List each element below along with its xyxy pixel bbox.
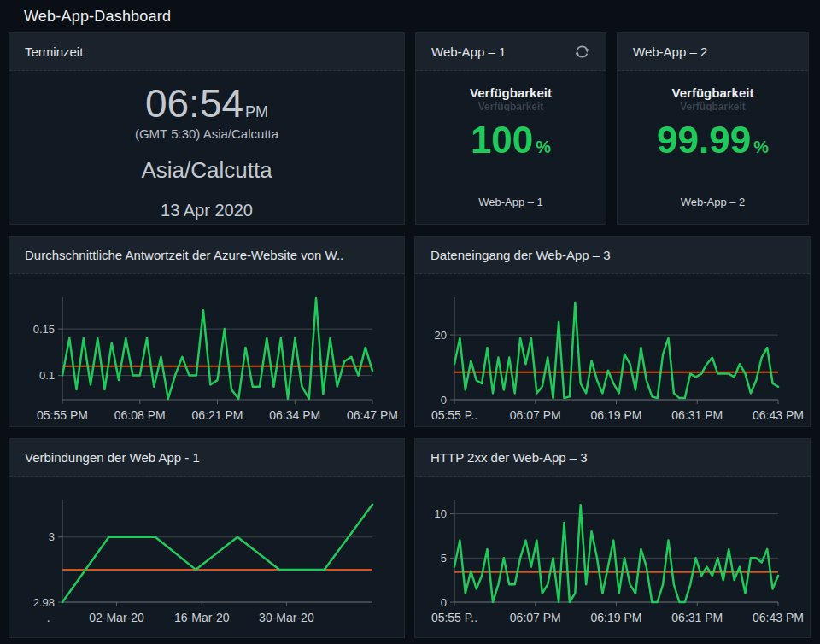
svg-text:06:07 PM: 06:07 PM (510, 408, 561, 422)
availability-footer-label: Web-App – 2 (681, 196, 746, 208)
svg-text:10: 10 (435, 507, 447, 520)
chart-data-in: 02005:55 P..06:07 PM06:19 PM06:31 PM06:4… (415, 274, 810, 428)
svg-text:06:21 PM: 06:21 PM (192, 408, 243, 422)
availability-percent-unit: % (753, 138, 769, 157)
panel-web-app-1-title: Web-App – 1 (431, 44, 506, 59)
availability-percent: 100 (471, 121, 533, 159)
availability-percent: 99.99 (657, 121, 751, 159)
svg-text:05:55 P..: 05:55 P.. (431, 611, 477, 624)
clock-body: 06:54 PM (GMT 5:30) Asia/Calcutta Asia/C… (9, 71, 404, 220)
panel-data-in-title: Dateneingang der Web-App – 3 (430, 248, 611, 262)
availability-ghost-label: Verfügbarkeit (680, 101, 746, 111)
availability-body: Verfügbarkeit Verfügbarkeit 99.99 % Web-… (618, 71, 808, 224)
svg-text:05:55 P..: 05:55 P.. (431, 408, 477, 422)
svg-text:06:47 PM: 06:47 PM (347, 408, 398, 422)
availability-metric-label: Verfügbarkeit (672, 85, 754, 100)
panel-avg-response-time-header: Durchschnittliche Antwortzeit der Azure-… (9, 237, 404, 274)
chart-avg-response-time: 0.10.1505:55 PM06:08 PM06:21 PM06:34 PM0… (9, 274, 404, 428)
clock-time: 06:54 PM (145, 83, 268, 124)
availability-footer-label: Web-App – 1 (478, 196, 543, 208)
refresh-button[interactable] (571, 42, 592, 62)
svg-text:16-Mar-20: 16-Mar-20 (174, 611, 230, 624)
chart-canvas: 2.983.02-Mar-2016-Mar-2030-Mar-20 (9, 477, 404, 630)
svg-text:06:31 PM: 06:31 PM (671, 408, 723, 422)
refresh-icon (574, 44, 590, 60)
svg-text:06:43 PM: 06:43 PM (753, 611, 804, 624)
svg-text:20: 20 (435, 329, 447, 342)
svg-text:06:34 PM: 06:34 PM (269, 408, 320, 422)
svg-text:06:19 PM: 06:19 PM (591, 611, 642, 624)
svg-text:06:31 PM: 06:31 PM (671, 611, 723, 624)
clock-date: 13 Apr 2020 (161, 201, 253, 220)
panel-web-app-1: Web-App – 1 Verfügbarkeit Verfügbarkeit … (415, 32, 606, 225)
chart-http-2xx: 051005:55 P..06:07 PM06:19 PM06:31 PM06:… (415, 477, 810, 630)
svg-text:06:43 PM: 06:43 PM (753, 408, 804, 422)
clock-meridiem: PM (245, 103, 268, 121)
svg-text:2.98: 2.98 (33, 596, 55, 609)
availability-ghost-label: Verfügbarkeit (478, 101, 544, 111)
panel-http-2xx-header: HTTP 2xx der Web-App – 3 (415, 439, 810, 477)
panel-http-2xx: HTTP 2xx der Web-App – 3 051005:55 P..06… (414, 438, 811, 638)
panel-http-2xx-title: HTTP 2xx der Web-App – 3 (430, 450, 588, 465)
svg-text:0.15: 0.15 (33, 323, 55, 336)
panel-data-in: Dateneingang der Web-App – 3 02005:55 P.… (414, 236, 811, 427)
clock-timezone: Asia/Calcutta (141, 157, 272, 184)
svg-text:06:07 PM: 06:07 PM (510, 611, 561, 624)
chart-canvas: 02005:55 P..06:07 PM06:19 PM06:31 PM06:4… (415, 274, 810, 428)
panel-web-app-1-header: Web-App – 1 (416, 33, 606, 71)
panel-connections: Verbindungen der Web App - 1 2.983.02-Ma… (9, 438, 405, 638)
panel-connections-title: Verbindungen der Web App - 1 (25, 450, 200, 465)
availability-metric-label: Verfügbarkeit (470, 85, 552, 100)
panel-web-app-2-title: Web-App – 2 (633, 44, 707, 59)
chart-connections: 2.983.02-Mar-2016-Mar-2030-Mar-20 (9, 477, 404, 630)
clock-gmt-offset: (GMT 5:30) Asia/Calcutta (135, 126, 278, 141)
svg-text:.: . (47, 611, 50, 624)
svg-text:0: 0 (441, 596, 447, 609)
panel-web-app-2-header: Web-App – 2 (618, 33, 808, 71)
panel-connections-header: Verbindungen der Web App - 1 (9, 439, 404, 477)
svg-text:0.1: 0.1 (39, 369, 55, 382)
availability-value: 100 % (471, 121, 551, 159)
svg-text:30-Mar-20: 30-Mar-20 (259, 611, 314, 624)
availability-percent-unit: % (536, 138, 551, 157)
panel-data-in-header: Dateneingang der Web-App – 3 (415, 237, 810, 274)
svg-text:3: 3 (49, 530, 55, 543)
svg-text:06:19 PM: 06:19 PM (591, 408, 642, 422)
panel-web-app-2: Web-App – 2 Verfügbarkeit Verfügbarkeit … (617, 32, 809, 225)
chart-canvas: 0.10.1505:55 PM06:08 PM06:21 PM06:34 PM0… (9, 274, 404, 428)
svg-text:0: 0 (441, 394, 447, 407)
svg-text:06:08 PM: 06:08 PM (114, 408, 166, 422)
panel-terminzeit-header: Terminzeit (9, 33, 404, 71)
page-title: Web-App-Dashboard (24, 8, 171, 26)
panel-avg-response-time: Durchschnittliche Antwortzeit der Azure-… (9, 236, 405, 427)
chart-canvas: 051005:55 P..06:07 PM06:19 PM06:31 PM06:… (415, 477, 810, 630)
availability-body: Verfügbarkeit Verfügbarkeit 100 % Web-Ap… (416, 71, 606, 224)
svg-text:02-Mar-20: 02-Mar-20 (89, 611, 144, 624)
panel-avg-response-time-title: Durchschnittliche Antwortzeit der Azure-… (25, 248, 343, 262)
svg-text:5: 5 (441, 552, 447, 565)
clock-time-value: 06:54 (145, 83, 243, 124)
availability-value: 99.99 % (657, 121, 769, 159)
svg-text:05:55 PM: 05:55 PM (37, 408, 88, 422)
panel-terminzeit-title: Terminzeit (25, 44, 83, 59)
panel-terminzeit: Terminzeit 06:54 PM (GMT 5:30) Asia/Calc… (9, 32, 405, 225)
